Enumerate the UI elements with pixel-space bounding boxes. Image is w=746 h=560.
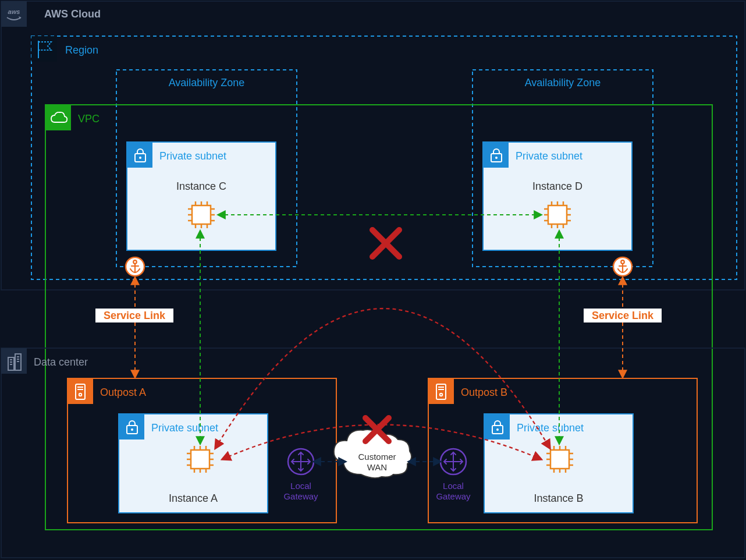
aws-cloud-container: aws AWS Cloud <box>1 1 745 290</box>
instance-a-chip-icon <box>187 446 214 473</box>
private-subnet-d: Private subnet Instance D <box>483 142 632 250</box>
svg-rect-31 <box>548 205 567 224</box>
svg-rect-72 <box>191 450 209 469</box>
outpost-a-label: Outpost A <box>100 387 146 398</box>
az-left-label: Availability Zone <box>169 77 245 88</box>
wan-label-1: Customer <box>358 452 396 462</box>
region-label: Region <box>65 44 98 56</box>
instance-a-label: Instance A <box>169 492 218 504</box>
aws-cloud-label: AWS Cloud <box>44 8 101 20</box>
private-subnet-c: Private subnet Instance C <box>127 142 276 250</box>
subnet-b-label: Private subnet <box>517 422 584 434</box>
svg-rect-89 <box>428 378 454 404</box>
svg-rect-95 <box>484 414 510 440</box>
svg-rect-0 <box>1 1 745 290</box>
svg-rect-28 <box>483 142 509 168</box>
svg-point-97 <box>496 428 499 431</box>
svg-rect-4 <box>31 36 57 62</box>
instance-b-label: Instance B <box>534 492 583 504</box>
service-link-right-label: Service Link <box>592 310 654 321</box>
vpc-label: VPC <box>78 113 100 125</box>
outpost-b-label: Outpost B <box>461 387 507 398</box>
svg-rect-69 <box>119 414 144 440</box>
az-right-label: Availability Zone <box>525 77 601 88</box>
instance-d-label: Instance D <box>532 180 582 192</box>
datacenter-label: Data center <box>34 356 88 368</box>
anchor-right-icon <box>613 257 632 276</box>
svg-point-30 <box>495 157 498 159</box>
service-link-left-label: Service Link <box>104 310 166 321</box>
svg-rect-63 <box>68 378 93 404</box>
local-gateway-b: Local Gateway <box>436 449 471 501</box>
subnet-d-label: Private subnet <box>516 150 582 162</box>
cross-upper-icon <box>372 230 399 257</box>
svg-point-71 <box>131 428 133 431</box>
wan-label-2: WAN <box>367 462 387 472</box>
local-gateway-a-label-2: Gateway <box>283 491 318 501</box>
svg-text:aws: aws <box>8 8 20 15</box>
instance-c-label: Instance C <box>176 180 226 192</box>
private-subnet-a: Private subnet Instance A <box>119 414 268 513</box>
svg-rect-14 <box>192 205 211 224</box>
instance-b-chip-icon <box>546 446 573 473</box>
subnet-a-label: Private subnet <box>151 422 218 434</box>
svg-rect-98 <box>550 450 569 469</box>
subnet-c-label: Private subnet <box>159 150 226 162</box>
local-gateway-b-label-2: Gateway <box>436 491 471 501</box>
svg-rect-11 <box>127 142 152 168</box>
local-gateway-a-label-1: Local <box>290 481 311 491</box>
private-subnet-b: Private subnet Instance B <box>484 414 633 513</box>
local-gateway-a: Local Gateway <box>283 449 318 501</box>
anchor-left-icon <box>126 257 144 276</box>
instance-d-chip-icon <box>544 201 571 228</box>
instance-c-chip-icon <box>188 201 215 228</box>
local-gateway-b-label-1: Local <box>443 481 464 491</box>
svg-point-13 <box>139 157 141 159</box>
